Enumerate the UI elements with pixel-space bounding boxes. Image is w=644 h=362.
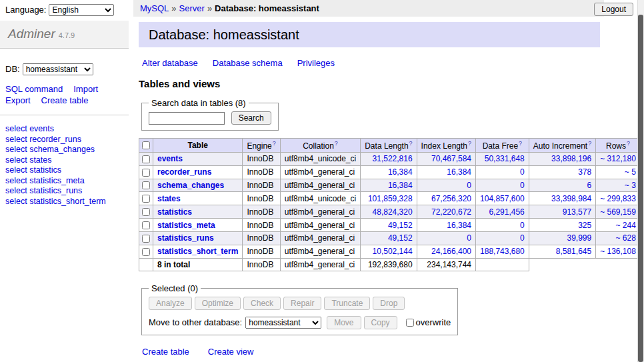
rows-link[interactable]: ~ 569,159 [600,207,636,217]
help-link[interactable]: ? [588,140,591,147]
check-button[interactable]: Check [243,297,281,310]
create-table-link-sidebar[interactable]: Create table [41,95,89,105]
help-link[interactable]: ? [335,140,338,147]
help-link[interactable]: ? [468,140,471,147]
data-length-link[interactable]: 48,824,320 [373,207,413,217]
import-link[interactable]: Import [73,84,98,94]
app-name[interactable]: Adminer [8,27,55,41]
index-length-link[interactable]: 24,166,400 [431,247,471,256]
row-checkbox[interactable] [142,155,150,163]
auto-increment-link[interactable]: 39,999 [567,233,591,243]
sidebar-tables-item[interactable]: select statistics [5,165,123,176]
sidebar-tables-item[interactable]: select events [5,124,123,135]
optimize-button[interactable]: Optimize [195,297,241,310]
data-length-link[interactable]: 16,384 [388,167,413,177]
search-input[interactable] [149,112,225,125]
row-checkbox[interactable] [142,248,150,256]
table-link[interactable]: schema_changes [157,181,224,190]
data-length-link[interactable]: 16,384 [388,181,413,190]
data-free-link[interactable]: 0 [520,221,525,230]
data-free-link[interactable]: 0 [520,167,525,177]
row-checkbox[interactable] [142,221,150,229]
copy-button[interactable]: Copy [364,316,397,329]
help-link[interactable]: ? [519,140,522,147]
row-checkbox[interactable] [142,181,150,189]
db-actions-item[interactable]: Database schema [213,58,283,68]
db-actions-item[interactable]: Privileges [297,58,335,68]
rows-link[interactable]: ~ 299,833 [600,194,636,203]
data-free-link[interactable]: 188,743,680 [480,247,525,256]
row-checkbox[interactable] [142,169,150,177]
move-db-select[interactable]: homeassistant [245,317,321,329]
rows-link[interactable]: ~ 136,108 [600,247,636,256]
table-link[interactable]: statistics_short_term [157,247,238,256]
auto-increment-link[interactable]: 33,898,196 [551,154,591,163]
index-length-link[interactable]: 72,220,672 [431,207,471,217]
table-link[interactable]: statistics [157,207,192,217]
help-link[interactable]: ? [409,140,413,147]
data-length-link[interactable]: 31,522,816 [373,154,413,163]
overwrite-checkbox[interactable] [406,319,414,327]
index-length-link[interactable]: 0 [467,233,471,243]
search-button[interactable]: Search [231,111,271,125]
row-checkbox[interactable] [142,235,150,243]
sql-command-link[interactable]: SQL command [5,84,63,94]
rows-link[interactable]: ~ 312,180 [600,154,636,163]
rows-link[interactable]: ~ 3 [625,181,636,190]
create-links-item[interactable]: Create table [142,347,189,357]
data-length-link[interactable]: 49,152 [388,221,413,230]
breadcrumb-system-link[interactable]: MySQL [140,3,169,13]
row-checkbox[interactable] [142,208,150,216]
row-checkbox[interactable] [142,195,150,203]
table-link[interactable]: events [157,154,183,163]
select-all-checkbox[interactable] [142,141,150,149]
breadcrumb-server-link[interactable]: Server [179,3,205,13]
table-link[interactable]: recorder_runs [157,167,211,177]
index-length-link[interactable]: 16,384 [447,167,471,177]
auto-increment-link[interactable]: 913,577 [563,207,591,217]
table-link[interactable]: states [157,194,181,203]
index-length-link[interactable]: 67,256,320 [431,194,471,203]
data-free-link[interactable]: 50,331,648 [485,154,525,163]
data-length-link[interactable]: 10,502,144 [373,247,413,256]
data-length-link[interactable]: 101,859,328 [368,194,413,203]
truncate-button[interactable]: Truncate [324,297,370,310]
index-length-link[interactable]: 70,467,584 [431,154,471,163]
data-length-link[interactable]: 49,152 [388,233,413,243]
logout-button[interactable]: Logout [594,3,633,16]
data-free-link[interactable]: 0 [520,181,525,190]
sidebar-tables-item[interactable]: select statistics_meta [5,176,123,187]
db-actions-item[interactable]: Alter database [142,58,198,68]
table-link[interactable]: statistics_runs [157,233,214,243]
language-select[interactable]: English [49,4,114,16]
data-free-link[interactable]: 0 [520,233,525,243]
auto-increment-link[interactable]: 6 [587,181,591,190]
auto-increment-link[interactable]: 8,581,645 [556,247,591,256]
auto-increment-link[interactable]: 325 [578,221,591,230]
repair-button[interactable]: Repair [283,297,321,310]
sidebar-tables-item[interactable]: select statistics_short_term [5,197,123,207]
rows-link[interactable]: ~ 5 [625,167,636,177]
rows-link[interactable]: ~ 244 [616,221,636,230]
sidebar-tables-item[interactable]: select statistics_runs [5,186,123,197]
help-link[interactable]: ? [627,140,630,147]
table-link[interactable]: statistics_meta [157,221,215,230]
index-length-link[interactable]: 0 [467,181,471,190]
data-free-link[interactable]: 104,857,600 [480,194,525,203]
analyze-button[interactable]: Analyze [149,297,192,310]
rows-link[interactable]: ~ 628 [616,233,636,243]
auto-increment-link[interactable]: 33,398,984 [551,194,591,203]
scrollbar-thumb[interactable] [638,15,643,362]
sidebar-tables-item[interactable]: select states [5,155,123,166]
sidebar-tables-item[interactable]: select recorder_runs [5,135,123,145]
index-length-link[interactable]: 16,384 [447,221,471,230]
auto-increment-link[interactable]: 378 [578,167,591,177]
drop-button[interactable]: Drop [373,297,405,310]
scrollbar-track[interactable] [637,0,644,362]
move-button[interactable]: Move [327,316,361,329]
export-link[interactable]: Export [5,95,31,105]
create-links-item[interactable]: Create view [208,347,254,357]
data-free-link[interactable]: 6,291,456 [489,207,524,217]
db-select[interactable]: homeassistant [23,63,93,75]
sidebar-tables-item[interactable]: select schema_changes [5,145,123,155]
